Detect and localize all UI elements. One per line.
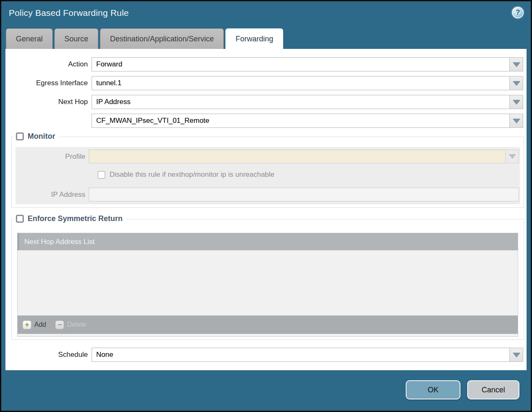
- table-header: Next Hop Address List: [18, 233, 518, 250]
- tab-source[interactable]: Source: [54, 28, 98, 49]
- table-body: [18, 250, 518, 315]
- schedule-input[interactable]: [92, 348, 509, 362]
- chevron-down-icon: [513, 100, 520, 104]
- tab-source-label: Source: [64, 35, 88, 43]
- enforce-symmetric-return-legend-label: Enforce Symmetric Return: [28, 214, 123, 223]
- profile-row: Profile: [15, 150, 520, 163]
- action-label: Action: [5, 60, 92, 69]
- profile-label: Profile: [15, 153, 89, 161]
- next-hop-address-input[interactable]: [92, 114, 509, 128]
- delete-icon: −: [55, 320, 64, 329]
- egress-interface-label: Egress Interface: [5, 79, 92, 87]
- egress-interface-input[interactable]: [92, 76, 509, 90]
- add-button[interactable]: + Add: [23, 320, 46, 329]
- next-hop-label: Next Hop: [5, 98, 92, 106]
- help-icon-glyph: ?: [516, 8, 520, 17]
- egress-interface-combo: [92, 76, 523, 90]
- action-dropdown-trigger[interactable]: [509, 57, 523, 71]
- next-hop-address-list-table: Next Hop Address List + Add − Delete: [17, 233, 518, 337]
- egress-interface-dropdown-trigger[interactable]: [509, 76, 523, 90]
- monitor-legend: Monitor: [14, 132, 59, 141]
- ok-button[interactable]: OK: [406, 380, 460, 399]
- disable-rule-row: Disable this rule if nexthop/monitor ip …: [97, 170, 520, 179]
- chevron-down-icon: [513, 81, 520, 86]
- next-hop-address-row: [5, 114, 527, 128]
- monitor-ip-address-input: [89, 188, 519, 201]
- titlebar: Policy Based Forwarding Rule ?: [1, 1, 531, 29]
- profile-combo: [89, 150, 519, 163]
- profile-dropdown-trigger: [505, 150, 519, 163]
- monitor-fieldset: Monitor Profile Disable this rule if nex…: [11, 137, 524, 208]
- tab-destination-application-service[interactable]: Destination/Application/Service: [100, 28, 224, 49]
- disable-rule-checkbox: [97, 171, 105, 179]
- next-hop-address-combo: [92, 114, 523, 128]
- enforce-symmetric-return-checkbox[interactable]: [16, 215, 24, 223]
- tab-destination-application-service-label: Destination/Application/Service: [110, 35, 214, 43]
- footer-buttons: OK Cancel: [406, 380, 519, 399]
- tab-general[interactable]: General: [6, 28, 53, 49]
- table-bottom-strip: [18, 334, 518, 336]
- delete-button-label: Delete: [67, 321, 86, 328]
- chevron-down-icon: [513, 353, 520, 357]
- egress-interface-row: Egress Interface: [5, 76, 527, 90]
- monitor-checkbox[interactable]: [16, 132, 24, 140]
- action-row: Action: [5, 57, 527, 71]
- help-icon[interactable]: ?: [512, 7, 524, 18]
- tab-general-label: General: [16, 35, 43, 43]
- add-icon: +: [23, 320, 31, 329]
- tab-forwarding[interactable]: Forwarding: [225, 28, 283, 49]
- enforce-symmetric-return-fieldset: Enforce Symmetric Return Next Hop Addres…: [11, 219, 524, 340]
- schedule-row: Schedule: [5, 348, 527, 362]
- chevron-down-icon: [513, 119, 520, 123]
- next-hop-combo: [92, 95, 523, 109]
- tab-forwarding-label: Forwarding: [235, 35, 273, 43]
- schedule-dropdown-trigger[interactable]: [509, 348, 523, 362]
- next-hop-address-dropdown-trigger[interactable]: [509, 114, 523, 128]
- profile-input: [89, 150, 505, 163]
- enforce-symmetric-return-legend: Enforce Symmetric Return: [14, 214, 126, 223]
- action-combo: [92, 57, 523, 71]
- table-toolbar: + Add − Delete: [18, 315, 518, 334]
- next-hop-input[interactable]: [92, 95, 509, 109]
- monitor-ip-address-row: IP Address: [15, 188, 520, 201]
- chevron-down-icon: [509, 154, 516, 159]
- table-header-label: Next Hop Address List: [24, 238, 95, 246]
- tab-bar: General Source Destination/Application/S…: [6, 28, 283, 49]
- action-input[interactable]: [92, 57, 509, 71]
- delete-button: − Delete: [55, 320, 86, 329]
- forwarding-tab-panel: Action Egress Interface Next Hop: [5, 49, 527, 370]
- next-hop-row: Next Hop: [5, 95, 527, 109]
- cancel-button[interactable]: Cancel: [467, 380, 519, 399]
- add-button-label: Add: [34, 321, 46, 328]
- schedule-label: Schedule: [5, 351, 92, 359]
- schedule-combo: [92, 348, 523, 362]
- next-hop-dropdown-trigger[interactable]: [509, 95, 523, 109]
- chevron-down-icon: [513, 62, 520, 67]
- monitor-ip-address-label: IP Address: [15, 191, 89, 199]
- pbf-rule-dialog: Policy Based Forwarding Rule ? General S…: [1, 1, 531, 411]
- disable-rule-label: Disable this rule if nexthop/monitor ip …: [110, 170, 274, 179]
- dialog-title: Policy Based Forwarding Rule: [9, 8, 129, 18]
- monitor-panel: Profile Disable this rule if nexthop/mon…: [15, 147, 520, 204]
- monitor-legend-label: Monitor: [28, 132, 55, 141]
